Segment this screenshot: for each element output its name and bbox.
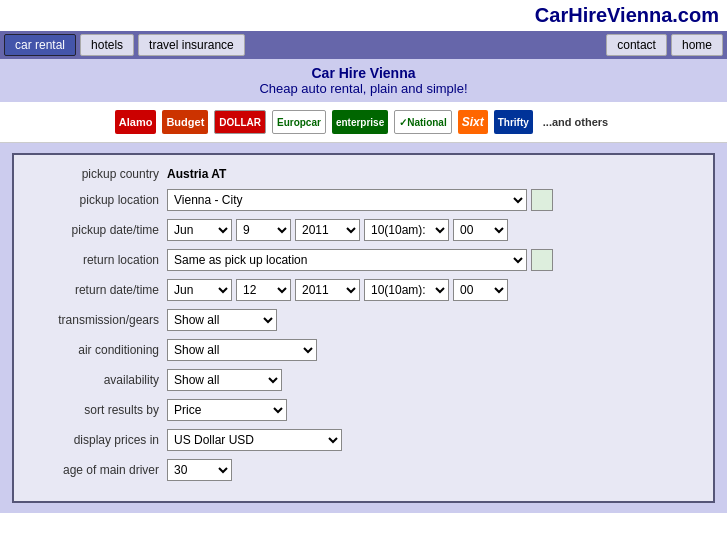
site-header: CarHireVienna.com (0, 0, 727, 31)
pickup-hour-select[interactable]: 10(10am): (364, 219, 449, 241)
return-date-row: return date/time Jun 12 2011 10(10am): 0… (22, 279, 705, 301)
pickup-date-value: Jun 9 2011 10(10am): 00 (167, 219, 508, 241)
ac-select[interactable]: Show all (167, 339, 317, 361)
nav-left: car rental hotels travel insurance (4, 34, 602, 56)
logo-sixt: Sixt (458, 110, 488, 134)
availability-value: Show all (167, 369, 282, 391)
pickup-location-value: Vienna - City (167, 189, 553, 211)
return-month-select[interactable]: Jun (167, 279, 232, 301)
return-date-label: return date/time (22, 283, 167, 297)
currency-label: display prices in (22, 433, 167, 447)
site-title: CarHireVienna.com (535, 4, 719, 26)
transmission-value: Show all (167, 309, 277, 331)
logo-dollar: DOLLAR (214, 110, 266, 134)
transmission-row: transmission/gears Show all (22, 309, 705, 331)
pickup-location-label: pickup location (22, 193, 167, 207)
sort-label: sort results by (22, 403, 167, 417)
nav-right: contact home (606, 34, 723, 56)
age-select[interactable]: 30 (167, 459, 232, 481)
nav-hotels[interactable]: hotels (80, 34, 134, 56)
logo-others: ...and others (539, 110, 612, 134)
transmission-label: transmission/gears (22, 313, 167, 327)
ac-label: air conditioning (22, 343, 167, 357)
logo-bar: Alamo Budget DOLLAR Europcar enterprise … (0, 102, 727, 143)
sort-value: Price (167, 399, 287, 421)
return-year-select[interactable]: 2011 (295, 279, 360, 301)
logo-enterprise: enterprise (332, 110, 388, 134)
pickup-country-label: pickup country (22, 167, 167, 181)
pickup-location-color-btn[interactable] (531, 189, 553, 211)
logo-thrifty: Thrifty (494, 110, 533, 134)
return-hour-select[interactable]: 10(10am): (364, 279, 449, 301)
logo-national: ✓National (394, 110, 451, 134)
page-title: Car Hire Vienna (4, 65, 723, 81)
return-date-value: Jun 12 2011 10(10am): 00 (167, 279, 508, 301)
pickup-month-select[interactable]: Jun (167, 219, 232, 241)
pickup-day-select[interactable]: 9 (236, 219, 291, 241)
pickup-date-label: pickup date/time (22, 223, 167, 237)
age-label: age of main driver (22, 463, 167, 477)
age-row: age of main driver 30 (22, 459, 705, 481)
nav-contact[interactable]: contact (606, 34, 667, 56)
ac-value: Show all (167, 339, 317, 361)
return-location-row: return location Same as pick up location (22, 249, 705, 271)
pickup-location-select[interactable]: Vienna - City (167, 189, 527, 211)
logo-europcar: Europcar (272, 110, 326, 134)
currency-row: display prices in US Dollar USD (22, 429, 705, 451)
page-subtitle: Cheap auto rental, plain and simple! (4, 81, 723, 96)
return-day-select[interactable]: 12 (236, 279, 291, 301)
logo-budget: Budget (162, 110, 208, 134)
currency-value: US Dollar USD (167, 429, 342, 451)
main-area: pickup country Austria AT pickup locatio… (0, 143, 727, 513)
age-value: 30 (167, 459, 232, 481)
pickup-location-row: pickup location Vienna - City (22, 189, 705, 211)
logo-alamo: Alamo (115, 110, 157, 134)
currency-select[interactable]: US Dollar USD (167, 429, 342, 451)
pickup-country-value: Austria AT (167, 167, 226, 181)
nav-bar: car rental hotels travel insurance conta… (0, 31, 727, 59)
sort-row: sort results by Price (22, 399, 705, 421)
pickup-country-text: Austria AT (167, 167, 226, 181)
pickup-date-row: pickup date/time Jun 9 2011 10(10am): 00 (22, 219, 705, 241)
availability-select[interactable]: Show all (167, 369, 282, 391)
return-location-value: Same as pick up location (167, 249, 553, 271)
nav-travel-insurance[interactable]: travel insurance (138, 34, 245, 56)
form-box: pickup country Austria AT pickup locatio… (12, 153, 715, 503)
subtitle-bar: Car Hire Vienna Cheap auto rental, plain… (0, 59, 727, 102)
nav-car-rental[interactable]: car rental (4, 34, 76, 56)
sort-select[interactable]: Price (167, 399, 287, 421)
availability-row: availability Show all (22, 369, 705, 391)
ac-row: air conditioning Show all (22, 339, 705, 361)
return-min-select[interactable]: 00 (453, 279, 508, 301)
pickup-country-row: pickup country Austria AT (22, 167, 705, 181)
availability-label: availability (22, 373, 167, 387)
return-location-select[interactable]: Same as pick up location (167, 249, 527, 271)
pickup-min-select[interactable]: 00 (453, 219, 508, 241)
return-location-color-btn[interactable] (531, 249, 553, 271)
return-location-label: return location (22, 253, 167, 267)
pickup-year-select[interactable]: 2011 (295, 219, 360, 241)
transmission-select[interactable]: Show all (167, 309, 277, 331)
nav-home[interactable]: home (671, 34, 723, 56)
